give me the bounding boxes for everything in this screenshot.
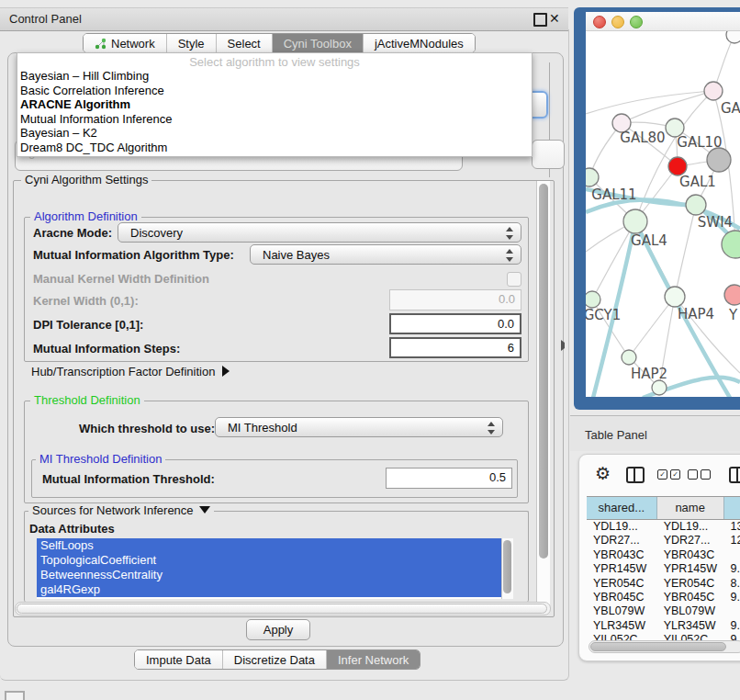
network-node[interactable] <box>586 168 599 186</box>
network-node-label: GAL1 <box>679 174 716 190</box>
network-node[interactable] <box>668 157 687 175</box>
algorithm-option[interactable]: Bayesian – K2 <box>20 126 529 141</box>
mi-threshold-definition-title: MI Threshold Definition <box>36 452 165 466</box>
network-node[interactable] <box>724 285 740 305</box>
select-checked-icon[interactable]: ✓ <box>670 469 680 480</box>
table-row[interactable]: YBR043CYBR043C <box>587 548 740 561</box>
table-row[interactable]: YLR345WYLR345W9. <box>587 618 740 632</box>
data-attribute-item[interactable]: gal4RGexp <box>37 582 501 597</box>
mi-algorithm-type-combobox[interactable]: Naive Bayes <box>250 244 521 265</box>
apply-button[interactable]: Apply <box>246 619 310 640</box>
zoom-traffic-light-icon[interactable] <box>630 16 643 28</box>
settings-horizontal-scrollbar[interactable] <box>15 602 551 615</box>
network-node[interactable] <box>726 31 740 43</box>
algorithm-option[interactable]: Basic Correlation Inference <box>20 84 529 98</box>
which-threshold-combobox[interactable]: MI Threshold <box>215 417 503 437</box>
data-attribute-item[interactable]: TopologicalCoefficient <box>37 553 501 568</box>
table-row[interactable]: YBR045CYBR045C9. <box>587 590 740 604</box>
tab-label: Select <box>228 37 261 51</box>
algorithm-option[interactable]: Dream8 DC_TDC Algorithm <box>20 141 529 155</box>
kernel-width-field[interactable]: 0.0 <box>389 289 521 310</box>
network-node[interactable] <box>652 380 667 395</box>
column-header[interactable]: shared... <box>587 497 657 519</box>
table-options-icon[interactable] <box>729 467 740 483</box>
algorithm-definition-title: Algorithm Definition <box>30 209 141 223</box>
close-icon[interactable]: ✕ <box>549 11 560 26</box>
mi-threshold-label: Mutual Information Threshold: <box>42 472 215 486</box>
settings-vertical-scrollbar[interactable] <box>536 181 550 604</box>
network-node[interactable] <box>622 350 636 365</box>
control-panel-tab-bar: NetworkStyleSelectCyni ToolboxjActiveMNo… <box>83 33 476 53</box>
network-node[interactable] <box>665 287 685 307</box>
table-row[interactable]: YER054CYER054C8. <box>587 576 740 590</box>
algorithm-option[interactable]: Bayesian – Hill Climbing <box>20 69 529 84</box>
aracne-mode-combobox[interactable]: Discovery <box>118 222 521 243</box>
algorithm-dropdown-list: Bayesian – Hill ClimbingBasic Correlatio… <box>20 69 529 155</box>
network-node[interactable] <box>722 231 740 258</box>
data-attribute-item[interactable]: SelfLoops <box>37 538 501 553</box>
tab-select[interactable]: Select <box>217 34 273 52</box>
network-edge[interactable] <box>629 297 675 357</box>
manual-kernel-width-checkbox[interactable] <box>507 272 521 287</box>
table-row[interactable]: YDR27...YDR27...12 <box>587 533 740 547</box>
table-horizontal-scrollbar[interactable] <box>589 640 740 653</box>
network-node[interactable] <box>623 209 647 233</box>
threshold-definition-title: Threshold Definition <box>30 393 144 407</box>
algorithm-dropdown-placeholder: Select algorithm to view settings <box>17 55 532 69</box>
network-node[interactable] <box>686 195 706 215</box>
spinner-arrows-icon <box>487 422 495 435</box>
deselect-unchecked-icon[interactable] <box>701 469 711 480</box>
table-cell: YDR27... <box>657 533 724 547</box>
table-row[interactable]: YPR145WYPR145W9. <box>587 561 740 575</box>
network-node[interactable] <box>704 82 723 100</box>
table-cell: YDL19... <box>657 519 724 533</box>
network-node[interactable] <box>586 291 600 308</box>
network-node-label: GAL10 <box>677 134 722 151</box>
hub-definition-expander[interactable]: Hub/Transcription Factor Definition <box>31 365 230 378</box>
application-window: Control Panel ✕ NetworkStyleSelectCyni T… <box>0 0 740 700</box>
float-window-icon[interactable] <box>533 13 547 27</box>
table-row[interactable]: YIL052CYIL052C9 <box>587 632 740 640</box>
tab-style[interactable]: Style <box>167 34 217 52</box>
network-node[interactable] <box>707 148 731 172</box>
table-cell: 8. <box>724 576 740 590</box>
network-node-label: HAP4 <box>678 306 714 322</box>
combobox-fragment[interactable] <box>532 140 565 169</box>
dpi-tolerance-field[interactable]: 0.0 <box>389 313 521 334</box>
splitpane-handle-icon[interactable] <box>561 340 568 351</box>
network-view-titlebar[interactable] <box>586 12 740 31</box>
select-checked-icon[interactable]: ✓ <box>657 469 667 480</box>
tab-cyni-toolbox[interactable]: Cyni Toolbox <box>273 34 364 52</box>
data-attribute-item[interactable]: BetweennessCentrality <box>37 568 501 582</box>
hub-definition-label: Hub/Transcription Factor Definition <box>31 365 215 378</box>
table-cell: 13 <box>724 519 740 533</box>
floating-palette-button[interactable] <box>5 691 25 700</box>
mi-threshold-field[interactable]: 0.5 <box>386 468 512 489</box>
column-header[interactable]: name <box>657 497 724 519</box>
algorithm-option[interactable]: Mutual Information Inference <box>20 112 529 127</box>
deselect-unchecked-icon[interactable] <box>688 469 698 480</box>
split-columns-icon[interactable] <box>626 467 645 483</box>
aracne-mode-label: Aracne Mode: <box>33 226 112 240</box>
table-row[interactable]: YBL079WYBL079W <box>587 604 740 617</box>
tab-jactivemnodules[interactable]: jActiveMNodules <box>364 34 475 52</box>
minimize-traffic-light-icon[interactable] <box>611 16 624 28</box>
tab-impute-data[interactable]: Impute Data <box>135 650 223 669</box>
kernel-width-label: Kernel Width (0,1): <box>33 294 139 308</box>
attributes-scrollbar[interactable] <box>501 538 513 599</box>
close-traffic-light-icon[interactable] <box>593 16 606 28</box>
sources-title: Sources for Network Inference <box>28 503 214 517</box>
network-canvas[interactable]: GALGAL80GAL10GAL1GAL11SWI4GAL4GCY1HAP4YH… <box>586 31 740 397</box>
tab-network[interactable]: Network <box>84 34 167 52</box>
table-cell: YBR043C <box>587 548 657 561</box>
column-header[interactable] <box>724 497 740 519</box>
right-triangle-icon <box>222 366 230 377</box>
mi-steps-field[interactable]: 6 <box>389 337 521 358</box>
table-row[interactable]: YDL19...YDL19...13 <box>587 519 740 533</box>
tab-infer-network[interactable]: Infer Network <box>327 650 420 669</box>
network-edge[interactable] <box>675 205 696 297</box>
gear-icon[interactable]: ⚙ <box>595 463 611 484</box>
tab-discretize-data[interactable]: Discretize Data <box>223 650 327 669</box>
algorithm-option[interactable]: ARACNE Algorithm <box>20 97 529 112</box>
table-cell: YBL079W <box>657 604 724 617</box>
